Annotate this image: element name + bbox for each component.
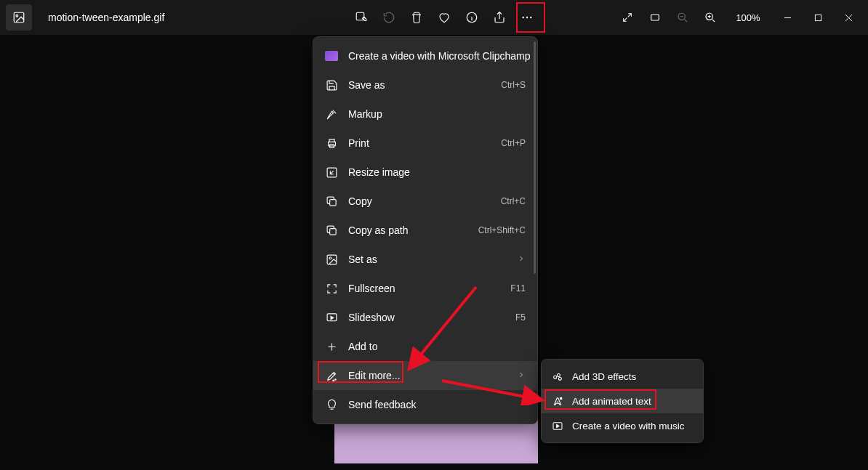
info-icon [465,11,478,24]
copy-icon [325,195,338,208]
menu-item-label: Edit more... [348,370,507,381]
menu-item-setas[interactable]: Set as [313,245,537,274]
fit-button[interactable] [641,4,669,31]
zoom-in-button[interactable] [696,4,724,31]
animtext-icon [552,395,563,407]
addto-icon [325,340,338,353]
share-button[interactable] [486,4,513,31]
chevron-right-icon [517,370,526,381]
svg-rect-10 [815,15,821,20]
toolbar-right: 100% [614,0,864,35]
svg-point-1 [16,15,18,17]
menu-item-clipchamp[interactable]: Create a video with Microsoft Clipchamp [313,41,537,70]
more-icon [521,11,534,24]
delete-button[interactable] [403,4,430,31]
menu-item-feedback[interactable]: Send feedback [313,390,537,419]
picture-icon [12,11,25,24]
setas-icon [325,253,338,266]
menu-item-print[interactable]: PrintCtrl+P [313,129,537,158]
rotate-button [375,4,403,31]
menu-item-fullscreen[interactable]: FullscreenF11 [313,274,537,303]
menu-item-shortcut: Ctrl+C [501,196,526,206]
menu-item-editmore[interactable]: Edit more... [313,361,537,390]
editmore-icon [325,369,338,382]
svg-rect-7 [651,15,659,20]
markup-icon [325,108,338,121]
menu-item-label: Copy as path [348,224,468,236]
toolbar-center [347,0,541,35]
menu-item-label: Send feedback [348,399,526,410]
menu-item-copypath[interactable]: Copy as pathCtrl+Shift+C [313,216,537,245]
menu-item-markup[interactable]: Markup [313,100,537,129]
submenu-item-animtext[interactable]: Add animated text [542,389,703,413]
print-icon [325,137,338,150]
svg-point-21 [554,376,557,378]
menu-item-copy[interactable]: CopyCtrl+C [313,187,537,216]
trash-icon [410,11,423,24]
zoom-out-icon [677,12,688,23]
svg-point-22 [557,373,560,376]
more-dropdown-menu: Create a video with Microsoft ClipchampS… [313,36,538,424]
menu-item-shortcut: F11 [510,283,526,293]
fullscreen-toggle-button[interactable] [614,4,641,31]
menu-item-label: Slideshow [348,312,505,323]
menu-item-label: Fullscreen [348,283,500,294]
effects3d-icon [552,370,563,382]
menu-item-label: Resize image [348,166,526,178]
edit-image-icon [355,11,368,24]
svg-rect-16 [327,255,337,264]
chevron-right-icon [517,254,526,265]
fit-icon [649,12,661,23]
more-button[interactable] [513,4,541,31]
menu-item-label: Create a video with Microsoft Clipchamp [348,50,531,62]
svg-point-19 [334,378,335,379]
info-button[interactable] [458,4,486,31]
menu-item-resize[interactable]: Resize image [313,158,537,187]
menu-item-addto[interactable]: Add to [313,332,537,361]
menu-item-label: Set as [348,254,507,265]
menu-item-shortcut: Ctrl+Shift+C [478,225,526,235]
submenu-item-videomusic[interactable]: Create a video with music [542,413,703,438]
zoom-in-icon [704,12,716,23]
share-icon [493,11,506,24]
favorite-button[interactable] [430,4,458,31]
clipchamp-icon [325,49,338,62]
minimize-button[interactable] [772,3,803,32]
menu-item-label: Add to [348,341,526,352]
edit-more-submenu: Add 3D effectsAdd animated textCreate a … [541,359,704,443]
videomusic-icon [552,420,563,431]
edit-image-button[interactable] [347,4,375,31]
fullscreen-icon [325,282,338,295]
copypath-icon [325,224,338,237]
slideshow-icon [325,311,338,324]
svg-point-20 [332,380,333,381]
svg-rect-14 [329,199,336,206]
submenu-item-label: Create a video with music [572,421,685,431]
menu-item-label: Copy [348,195,491,207]
submenu-item-effects3d[interactable]: Add 3D effects [542,364,703,389]
svg-rect-0 [14,12,24,23]
menu-item-label: Markup [348,108,526,120]
maximize-icon [814,14,822,22]
menu-item-slideshow[interactable]: SlideshowF5 [313,303,537,332]
filename: motion-tween-example.gif [48,12,164,23]
svg-point-24 [560,397,562,400]
maximize-button[interactable] [803,3,833,32]
menu-item-save[interactable]: Save asCtrl+S [313,70,537,100]
svg-point-23 [558,377,561,380]
zoom-level: 100% [733,12,763,23]
menu-item-shortcut: Ctrl+P [501,138,526,148]
submenu-item-label: Add 3D effects [572,371,636,382]
svg-point-17 [329,256,331,259]
save-icon [325,78,338,92]
resize-icon [325,166,338,179]
file-thumbnail [6,4,32,31]
close-icon [845,14,853,22]
close-button[interactable] [833,3,864,32]
menu-item-shortcut: F5 [515,312,526,323]
heart-icon [438,11,451,24]
zoom-out-button[interactable] [669,4,696,31]
svg-rect-15 [329,228,336,235]
svg-point-5 [526,17,528,18]
svg-point-4 [523,17,524,18]
